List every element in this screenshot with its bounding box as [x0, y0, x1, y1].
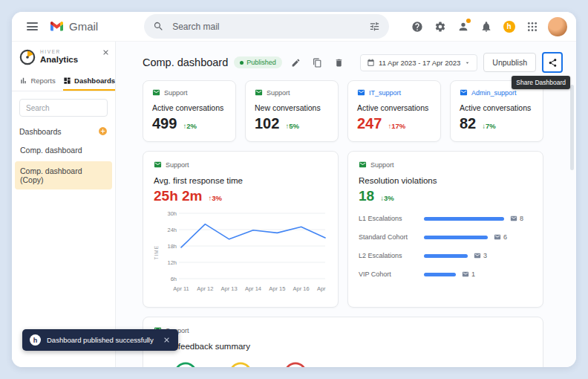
- metric-value: 499: [152, 115, 177, 132]
- inbox-tag: Support: [255, 88, 329, 97]
- svg-text:Apr 14: Apr 14: [245, 285, 261, 292]
- metric-label: Active conversations: [357, 103, 431, 112]
- dashboard-cards: Support Active conversations 499↑2% Supp…: [143, 74, 563, 367]
- violations-bar-list: L1 Escalations 8 Standard Cohort 6 L2 Es…: [359, 215, 532, 278]
- kpi-card-active-conversations-it-support[interactable]: IT_support Active conversations 247↑17%: [347, 80, 441, 142]
- metric-delta: ↑3%: [208, 194, 221, 202]
- sidebar-search-input[interactable]: [19, 99, 108, 117]
- search-icon[interactable]: [153, 21, 164, 32]
- tab-reports[interactable]: Reports: [12, 71, 63, 91]
- sidebar-brand: HIVER Analytics: [40, 49, 78, 64]
- settings-button[interactable]: [430, 16, 450, 36]
- svg-text:30h: 30h: [167, 210, 177, 217]
- dashboards-section-header: Dashboards: [12, 120, 115, 140]
- add-dashboard-icon[interactable]: [98, 126, 108, 136]
- inbox-tag: IT_support: [357, 88, 431, 97]
- metric-label: Active conversations: [460, 103, 534, 112]
- share-dashboard-button[interactable]: [542, 52, 563, 73]
- violation-label: VIP Cohort: [359, 271, 418, 278]
- profile-avatar[interactable]: [548, 17, 567, 36]
- account-button[interactable]: [453, 16, 473, 36]
- violation-row: L2 Escalations 3: [359, 252, 532, 259]
- violation-label: L1 Escalations: [359, 215, 418, 222]
- app-body: HIVER Analytics Reports Dashboards: [12, 42, 576, 367]
- violation-row: VIP Cohort 1: [359, 271, 532, 278]
- mail-icon: [154, 161, 162, 169]
- violation-count: 3: [474, 252, 487, 259]
- metric-delta: ↓3%: [380, 194, 393, 202]
- avg-first-response-time-card[interactable]: Support Avg. first response time 25h 2m↑…: [143, 151, 339, 308]
- search-input[interactable]: [171, 21, 362, 33]
- duplicate-dashboard-button[interactable]: [310, 55, 325, 71]
- hiver-analytics-sidebar: HIVER Analytics Reports Dashboards: [12, 42, 116, 367]
- notifications-button[interactable]: [476, 16, 496, 36]
- kpi-card-new-conversations-support[interactable]: Support New conversations 102↑5%: [245, 80, 339, 142]
- kpi-card-active-conversations-support[interactable]: Support Active conversations 499↑2%: [143, 80, 236, 142]
- hiver-analytics-logo-icon: [19, 49, 36, 65]
- gmail-logo[interactable]: Gmail: [49, 20, 98, 33]
- gmail-topbar: Gmail h: [12, 12, 576, 42]
- dashboards-icon: [63, 77, 71, 85]
- unpublish-button[interactable]: Unpublish: [483, 53, 536, 72]
- calendar-icon: [367, 59, 375, 67]
- metric-value: 18: [359, 188, 374, 204]
- violation-bar: [424, 254, 468, 258]
- delete-dashboard-button[interactable]: [331, 55, 347, 71]
- svg-text:Apr 12: Apr 12: [197, 285, 213, 292]
- hiver-extension-button[interactable]: h: [499, 16, 519, 36]
- svg-text:Apr 16: Apr 16: [293, 285, 310, 292]
- mail-icon: [474, 252, 481, 259]
- violation-row: Standard Cohort 6: [359, 233, 532, 241]
- violation-bar: [424, 217, 504, 221]
- toast-close-button[interactable]: [163, 336, 171, 344]
- metric-label: New conversations: [255, 103, 329, 112]
- sidebar-item-comp-dashboard[interactable]: Comp. dashboard: [15, 140, 112, 160]
- hiver-toast-icon: h: [30, 334, 41, 346]
- main-menu-button[interactable]: [21, 16, 43, 38]
- mail-icon: [462, 271, 469, 278]
- close-icon: [163, 336, 171, 344]
- inbox-tag: Support: [154, 161, 327, 169]
- svg-text:24h: 24h: [167, 227, 177, 233]
- gmail-search-bar[interactable]: [144, 14, 389, 39]
- gmail-window: Gmail h HIV: [12, 12, 576, 367]
- close-sidebar-button[interactable]: [100, 47, 111, 58]
- toast-notification: h Dashboard published successfully: [22, 329, 178, 351]
- chevron-down-icon: [464, 59, 471, 66]
- help-button[interactable]: [407, 16, 427, 36]
- tab-dashboards-label: Dashboards: [74, 77, 115, 85]
- mail-icon: [152, 88, 160, 97]
- svg-text:12h: 12h: [167, 259, 177, 266]
- date-range-picker[interactable]: 11 Apr 2023 - 17 Apr 2023: [360, 54, 477, 71]
- violation-label: L2 Escalations: [359, 252, 418, 259]
- scrollbar[interactable]: [570, 85, 574, 170]
- violation-bar: [424, 273, 456, 276]
- tab-reports-label: Reports: [30, 77, 55, 85]
- violation-label: Standard Cohort: [359, 233, 418, 241]
- inbox-tag: Support: [359, 161, 532, 169]
- neutral-face-icon: [228, 361, 253, 367]
- bell-icon: [480, 21, 492, 33]
- google-apps-button[interactable]: [522, 16, 542, 36]
- inbox-tag: Admin_support: [460, 88, 534, 97]
- sidebar-item-comp-dashboard-copy[interactable]: Comp. dashboard (Copy): [15, 161, 112, 190]
- metric-delta: ↓7%: [482, 122, 495, 130]
- violation-bar: [424, 236, 488, 239]
- svg-text:Apr 13: Apr 13: [221, 285, 238, 292]
- metric-delta: ↑17%: [388, 122, 405, 130]
- topbar-icons: h: [407, 16, 567, 36]
- inbox-tag: Support: [152, 88, 226, 97]
- tab-dashboards[interactable]: Dashboards: [63, 71, 115, 91]
- csat-feedback-card[interactable]: Support CSAT feedback summary: [143, 317, 543, 367]
- search-filter-tune-icon[interactable]: [369, 21, 380, 32]
- svg-text:Apr 11: Apr 11: [173, 285, 189, 292]
- kpi-card-active-conversations-admin-support[interactable]: Admin_support Active conversations 82↓7%: [450, 80, 543, 142]
- happy-face-icon: [173, 361, 198, 367]
- sidebar-tabs: Reports Dashboards: [12, 71, 115, 91]
- gear-icon: [434, 21, 446, 33]
- svg-text:Apr 17: Apr 17: [317, 285, 327, 292]
- resolution-violations-card[interactable]: Support Resolution violations 18↓3% L1 E…: [347, 151, 543, 308]
- toast-message: Dashboard published successfully: [47, 336, 154, 344]
- published-badge: Published: [234, 56, 282, 68]
- edit-dashboard-button[interactable]: [288, 55, 304, 71]
